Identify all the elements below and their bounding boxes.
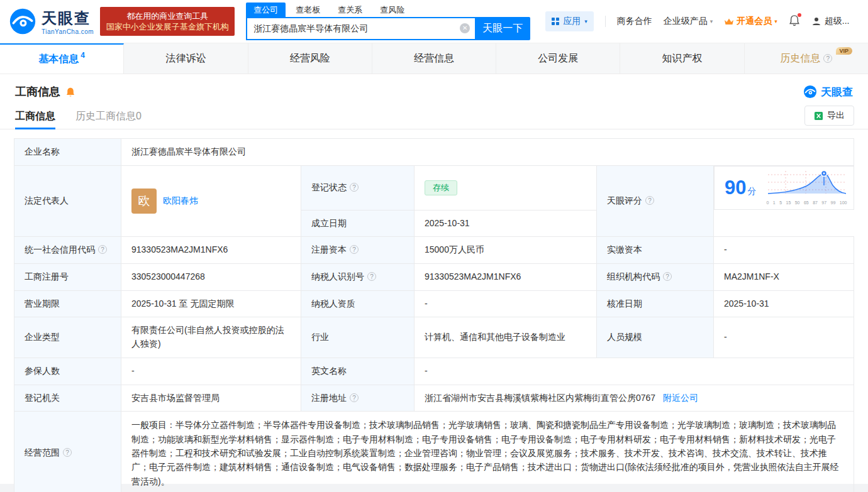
subtab-business-registration[interactable]: 工商信息 bbox=[15, 104, 55, 129]
tab-intellectual-property[interactable]: 知识产权 bbox=[620, 43, 744, 74]
help-icon[interactable] bbox=[98, 245, 107, 254]
help-icon[interactable] bbox=[367, 272, 376, 281]
establish-date-value: 2025-10-31 bbox=[415, 210, 597, 237]
help-icon[interactable] bbox=[350, 183, 359, 192]
reg-number-value: 330523000447268 bbox=[121, 264, 301, 291]
credit-code-label: 统一社会信用代码 bbox=[14, 237, 121, 264]
tianyancha-logo-icon bbox=[9, 8, 36, 35]
subscribe-bell-icon[interactable] bbox=[65, 87, 75, 97]
score-cell[interactable]: 90分 bbox=[714, 166, 854, 210]
search-button[interactable]: 天眼一下 bbox=[475, 17, 530, 40]
score-axis: 01 515 5065 8797 99100 bbox=[767, 200, 847, 207]
tab-company-development[interactable]: 公司发展 bbox=[496, 43, 620, 74]
org-code-label: 组织机构代码 bbox=[597, 264, 714, 291]
subtab-history-registration[interactable]: 历史工商信息0 bbox=[75, 104, 142, 129]
legal-rep-avatar[interactable]: 欧 bbox=[131, 189, 157, 214]
business-info-table: 企业名称 浙江赛德晶宸半导体有限公司 法定代表人 欧 欧阳春炜 登记状态 存续 bbox=[14, 138, 854, 492]
tab-business-info[interactable]: 经营信息 bbox=[372, 43, 496, 74]
company-name-value: 浙江赛德晶宸半导体有限公司 bbox=[121, 139, 854, 166]
chevron-down-icon: ▾ bbox=[710, 18, 713, 25]
export-button[interactable]: 导出 bbox=[804, 106, 854, 126]
search-tabs: 查公司 查老板 查关系 查风险 bbox=[246, 3, 530, 17]
table-row: 企业类型 有限责任公司(非自然人投资或控股的法人独资) 行业 计算机、通信和其他… bbox=[14, 317, 854, 358]
reg-authority-label: 登记机关 bbox=[14, 385, 121, 412]
english-name-label: 英文名称 bbox=[301, 358, 415, 385]
divider bbox=[605, 16, 606, 27]
paid-capital-value: - bbox=[714, 237, 854, 264]
promo-line1: 都在用的商业查询工具 bbox=[105, 11, 230, 21]
apps-grid-icon bbox=[552, 18, 559, 25]
top-nav: 应用 ▾ 商务合作 企业级产品 ▾ 开通会员 ▾ bbox=[545, 11, 849, 31]
section-title: 工商信息 bbox=[15, 84, 60, 99]
logo-subtitle: TianYanCha.com bbox=[42, 28, 94, 35]
business-term-value: 2025-10-31 至 无固定期限 bbox=[121, 290, 301, 317]
help-icon[interactable] bbox=[63, 448, 72, 457]
taxpayer-id-label: 纳税人识别号 bbox=[301, 264, 415, 291]
apps-label: 应用 bbox=[563, 16, 581, 27]
establish-date-label: 成立日期 bbox=[301, 210, 415, 237]
table-row: 企业名称 浙江赛德晶宸半导体有限公司 bbox=[14, 139, 854, 166]
help-icon[interactable] bbox=[645, 196, 654, 205]
tab-legal-proceedings[interactable]: 法律诉讼 bbox=[124, 43, 248, 74]
industry-label: 行业 bbox=[301, 317, 415, 358]
insured-count-label: 参保人数 bbox=[14, 358, 121, 385]
table-row: 经营范围 一般项目：半导体分立器件制造；半导体器件专用设备制造；技术玻璃制品销售… bbox=[14, 412, 854, 492]
search-input[interactable] bbox=[246, 17, 475, 40]
score-distribution-chart: 01 515 5065 8797 99100 bbox=[767, 169, 847, 207]
subtabs: 工商信息 历史工商信息0 导出 bbox=[0, 104, 868, 129]
notifications-bell[interactable] bbox=[789, 14, 800, 29]
site-header: 天眼查 TianYanCha.com 都在用的商业查询工具 国家中小企业发展子基… bbox=[0, 0, 868, 43]
page: 天眼查 TianYanCha.com 都在用的商业查询工具 国家中小企业发展子基… bbox=[0, 0, 868, 484]
user-account[interactable]: 超级... bbox=[811, 16, 850, 27]
chevron-down-icon: ▾ bbox=[774, 18, 777, 25]
nearby-companies-link[interactable]: 附近公司 bbox=[663, 393, 698, 403]
table-row: 统一社会信用代码 91330523MA2JM1NFX6 注册资本 15000万人… bbox=[14, 237, 854, 264]
nav-business-coop[interactable]: 商务合作 bbox=[617, 16, 652, 27]
apps-menu[interactable]: 应用 ▾ bbox=[545, 11, 594, 31]
crown-icon bbox=[724, 18, 734, 26]
help-icon[interactable] bbox=[350, 245, 359, 254]
industry-value: 计算机、通信和其他电子设备制造业 bbox=[415, 317, 597, 358]
tab-basic-info[interactable]: 基本信息 4 bbox=[0, 43, 124, 74]
legal-rep-cell: 欧 欧阳春炜 bbox=[121, 165, 301, 237]
score-value: 90分 bbox=[725, 178, 756, 197]
legal-rep-label: 法定代表人 bbox=[14, 165, 121, 237]
business-term-label: 营业期限 bbox=[14, 290, 121, 317]
chevron-down-icon: ▾ bbox=[584, 18, 587, 25]
search-tab-relation[interactable]: 查关系 bbox=[330, 3, 370, 17]
tianyancha-logo[interactable]: 天眼查 TianYanCha.com bbox=[9, 8, 94, 35]
business-scope-value: 一般项目：半导体分立器件制造；半导体器件专用设备制造；技术玻璃制品销售；光学玻璃… bbox=[121, 412, 854, 492]
tab-history-info[interactable]: VIP 历史信息 bbox=[745, 43, 868, 74]
vip-badge: VIP bbox=[836, 47, 853, 55]
user-name: 超级... bbox=[825, 16, 850, 27]
reg-number-label: 工商注册号 bbox=[14, 264, 121, 291]
search-tab-risk[interactable]: 查风险 bbox=[372, 3, 412, 17]
search-tab-company[interactable]: 查公司 bbox=[246, 3, 286, 17]
legal-rep-link[interactable]: 欧阳春炜 bbox=[163, 194, 198, 208]
insured-count-value: - bbox=[121, 358, 301, 385]
nav-open-vip[interactable]: 开通会员 ▾ bbox=[724, 16, 777, 27]
company-name-label: 企业名称 bbox=[14, 139, 121, 166]
tianyancha-brand-icon bbox=[803, 85, 817, 99]
help-icon[interactable] bbox=[823, 54, 832, 63]
search-tab-boss[interactable]: 查老板 bbox=[288, 3, 328, 17]
company-nav-tabs: 基本信息 4 法律诉讼 经营风险 经营信息 公司发展 知识产权 VIP 历史信息 bbox=[0, 43, 868, 74]
nav-enterprise-products[interactable]: 企业级产品 ▾ bbox=[664, 16, 713, 27]
excel-icon bbox=[814, 111, 823, 121]
watermark-brand: 天眼查 bbox=[803, 85, 853, 99]
credit-code-value: 91330523MA2JM1NFX6 bbox=[121, 237, 301, 264]
logo-title: 天眼查 bbox=[42, 8, 94, 28]
tab-operational-risk[interactable]: 经营风险 bbox=[248, 43, 372, 74]
taxpayer-quality-label: 纳税人资质 bbox=[301, 290, 415, 317]
english-name-value: - bbox=[415, 358, 854, 385]
help-icon[interactable] bbox=[350, 393, 359, 402]
score-label: 天眼评分 bbox=[597, 165, 714, 237]
company-type-label: 企业类型 bbox=[14, 317, 121, 358]
company-type-value: 有限责任公司(非自然人投资或控股的法人独资) bbox=[121, 317, 301, 358]
help-icon[interactable] bbox=[663, 272, 672, 281]
reg-status-value: 存续 bbox=[415, 165, 597, 210]
table-row: 参保人数 - 英文名称 - bbox=[14, 358, 854, 385]
approval-date-label: 核准日期 bbox=[597, 290, 714, 317]
staff-size-value: - bbox=[714, 317, 854, 358]
reg-authority-value: 安吉县市场监督管理局 bbox=[121, 385, 301, 412]
